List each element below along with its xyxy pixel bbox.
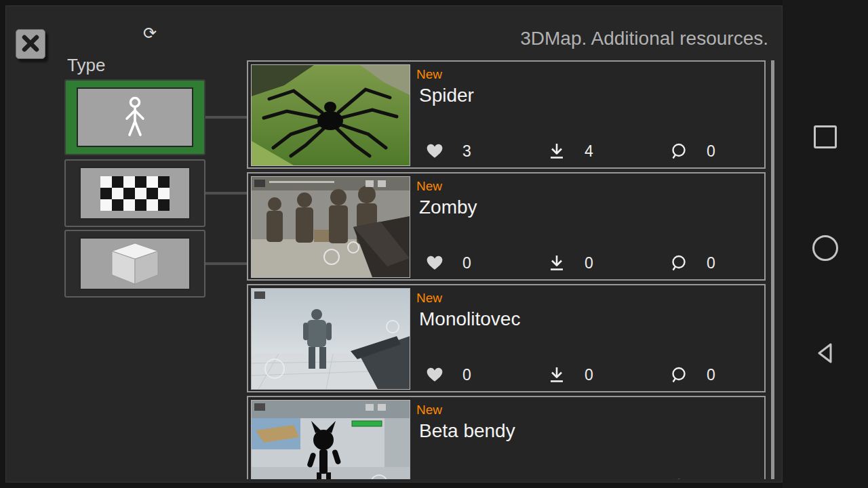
- connector-line-textures: [205, 192, 247, 195]
- downloads-stat: 0: [536, 366, 658, 384]
- resource-stats: 3 4 0: [414, 140, 778, 162]
- resource-thumbnail: [251, 64, 410, 166]
- download-icon: [548, 254, 566, 272]
- downloads-count: 0: [585, 366, 593, 384]
- new-badge: New: [416, 179, 442, 194]
- resource-thumbnail: [251, 176, 410, 278]
- downloads-count: 4: [585, 142, 593, 161]
- likes-stat: 0: [414, 366, 536, 384]
- type-button-textures[interactable]: [64, 159, 205, 227]
- comments-count: 0: [707, 142, 715, 161]
- resource-card[interactable]: New Zomby 0 0: [247, 172, 766, 281]
- resource-card[interactable]: New Spider 3 4: [247, 60, 766, 169]
- type-button-objects[interactable]: [64, 230, 205, 298]
- type-label: Type: [67, 55, 105, 76]
- zombie-thumbnail-art: [252, 177, 410, 277]
- resource-cards-container: New Spider 3 4: [247, 60, 778, 479]
- spider-thumbnail-art: [252, 65, 410, 165]
- comments-stat: 0: [658, 142, 778, 161]
- downloads-count: 0: [585, 254, 593, 272]
- new-badge: New: [416, 67, 442, 82]
- scrollbar[interactable]: [771, 60, 774, 479]
- comment-icon: [670, 478, 688, 479]
- downloads-stat: [536, 478, 658, 479]
- heart-icon: [426, 479, 443, 479]
- resource-title: Zomby: [419, 197, 477, 218]
- back-button[interactable]: [783, 333, 868, 374]
- comments-stat: 0: [658, 366, 778, 384]
- heart-icon: [426, 367, 443, 383]
- close-button[interactable]: [16, 29, 45, 59]
- app-root: ⟳ 3DMap. Additional resources. Type: [0, 0, 868, 488]
- likes-count: 0: [462, 254, 471, 272]
- page-title: 3DMap. Additional resources.: [520, 28, 768, 49]
- home-circle-icon: [812, 235, 838, 261]
- heart-icon: [426, 255, 443, 271]
- refresh-icon[interactable]: ⟳: [143, 24, 157, 43]
- new-badge: New: [416, 403, 442, 418]
- comment-icon: [670, 366, 688, 384]
- comments-count: 0: [707, 254, 715, 272]
- resource-title: Spider: [419, 85, 474, 106]
- close-x-icon: [20, 33, 41, 56]
- comments-stat: 0: [658, 254, 778, 272]
- comment-icon: [670, 142, 688, 160]
- home-button[interactable]: [783, 228, 868, 268]
- heart-icon: [426, 143, 443, 159]
- download-icon: [548, 478, 566, 479]
- likes-stat: 0: [414, 254, 536, 272]
- soldier-thumbnail-art: [252, 289, 410, 389]
- resource-title: Monolitovec: [419, 308, 520, 330]
- bendy-thumbnail-art: [252, 401, 410, 479]
- checkerboard-icon: [79, 167, 191, 220]
- resources-panel: ⟳ 3DMap. Additional resources. Type: [5, 5, 783, 483]
- connector-line-objects: [205, 262, 247, 265]
- resource-stats: 0 0 0: [414, 252, 778, 274]
- likes-stat: 3: [414, 142, 536, 161]
- download-icon: [548, 366, 566, 384]
- resource-title: Beta bendy: [419, 420, 515, 442]
- recents-square-icon: [814, 125, 837, 148]
- resource-card[interactable]: New Monolitovec 0 0: [247, 284, 766, 392]
- resource-card[interactable]: New Beta bendy: [247, 396, 766, 479]
- download-icon: [548, 142, 566, 160]
- resource-thumbnail: [251, 288, 410, 390]
- connector-line-characters: [205, 116, 247, 119]
- downloads-stat: 4: [536, 142, 658, 161]
- likes-count: 3: [462, 142, 471, 161]
- new-badge: New: [416, 291, 442, 306]
- likes-count: 0: [462, 366, 471, 384]
- resource-stats: [414, 476, 778, 479]
- type-button-characters[interactable]: [64, 79, 205, 155]
- resource-thumbnail: [251, 400, 410, 479]
- person-icon: [77, 87, 193, 147]
- cube-icon: [79, 237, 191, 290]
- downloads-stat: 0: [536, 254, 658, 272]
- comment-icon: [670, 254, 688, 272]
- comments-stat: [658, 478, 778, 479]
- recents-button[interactable]: [783, 117, 868, 157]
- resource-list: New Spider 3 4: [247, 60, 778, 479]
- comments-count: 0: [707, 366, 715, 384]
- back-triangle-icon: [814, 342, 836, 367]
- android-navbar: [783, 0, 868, 488]
- resource-stats: 0 0 0: [414, 364, 778, 386]
- likes-stat: [414, 479, 536, 479]
